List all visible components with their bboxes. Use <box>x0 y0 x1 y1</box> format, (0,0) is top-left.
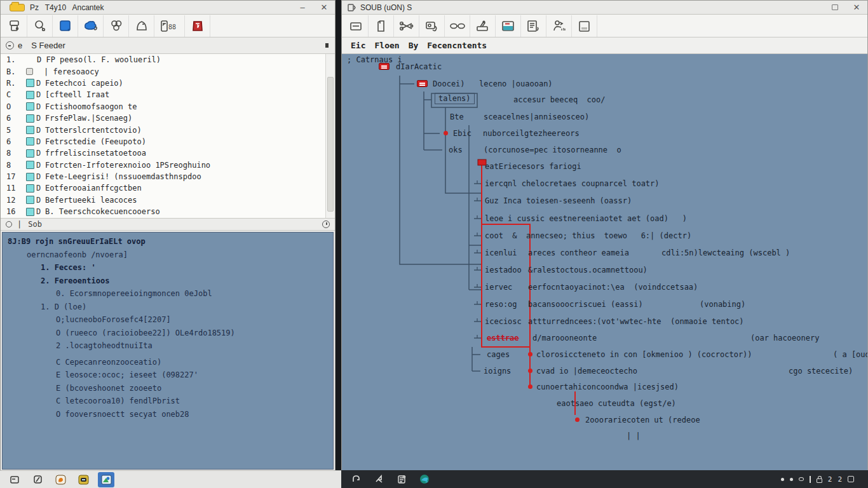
node-text[interactable]: accesur beeceq coo/ <box>513 95 606 105</box>
taskbar-cursor-icon[interactable] <box>370 471 387 487</box>
find-tag-button[interactable] <box>419 15 445 37</box>
tray-frame-icon[interactable] <box>848 476 854 482</box>
file-list-row[interactable]: 12 D Befertueeki leacoces <box>1 194 335 206</box>
node-text[interactable]: cdli:5n)lewcteaing (wscebl ) <box>661 248 790 258</box>
node-label[interactable]: iestadoo <box>485 265 522 275</box>
list-scrollbar[interactable] <box>325 54 335 218</box>
node-label[interactable]: dIarAcatic <box>396 62 442 72</box>
report-button[interactable] <box>521 15 546 37</box>
minimize-button[interactable]: – <box>292 3 313 12</box>
edit-clipboard-button[interactable] <box>470 15 496 37</box>
frame-button[interactable] <box>572 15 597 37</box>
file-list-row[interactable]: 17 D Fete-Leegrisi! (nssuoemdasthnspdoo <box>1 171 335 182</box>
node-text[interactable]: cvad io |demeceoctecho <box>536 366 637 376</box>
node-text[interactable]: eerfocntaoyacinot:\ea (voindccetsaa) <box>528 282 698 292</box>
node-text[interactable]: (vonabing) <box>700 299 745 309</box>
file-list-row[interactable]: 16 D B. Teerschcokecuencooerso <box>1 206 335 217</box>
taskbar-doc-icon[interactable] <box>393 471 410 487</box>
file-list-row[interactable]: 1. D FP peeso(l. F. woolueril) <box>1 54 335 65</box>
node-text[interactable]: clorosiccteneto in con [okmenioo ) (cocr… <box>536 349 752 360</box>
close-button[interactable]: ✕ <box>313 3 335 12</box>
file-list-row[interactable]: B. | feresoaocy <box>1 65 335 77</box>
node-text[interactable]: sceacelnes|anniseosceo) <box>484 112 589 122</box>
tray-pipe-icon[interactable] <box>810 476 811 483</box>
taskbar-orange-app-icon[interactable] <box>52 472 69 487</box>
new-file-button[interactable] <box>53 15 78 37</box>
node-text[interactable]: cunoertahiconcoondwa |icesjsed) <box>536 382 679 392</box>
file-list-row[interactable]: 6 D FrsfePlaw.|Scenaeg) <box>1 112 335 124</box>
node-label[interactable]: reso:og <box>485 299 517 309</box>
node-text[interactable]: (oar hacoeonery <box>750 333 819 343</box>
node-label[interactable]: oks <box>449 145 463 155</box>
file-list-row[interactable]: 8 D Fotrcten-Irfoterexnoioo 1PSreoghuino <box>1 159 335 171</box>
node-text[interactable]: leoe i cussic eestnereeniaotet aet (oad)… <box>485 214 687 224</box>
taskbar-ring-icon[interactable] <box>348 471 364 487</box>
person-button[interactable] <box>546 15 572 37</box>
boxed-node-label[interactable]: talens) <box>435 93 475 104</box>
mail-button[interactable] <box>343 15 369 37</box>
tray-ring-icon[interactable] <box>799 477 804 481</box>
tray-badge[interactable]: 2 <box>828 475 832 484</box>
clover-button[interactable] <box>104 15 129 37</box>
taskbar-window-icon[interactable] <box>6 472 23 487</box>
node-text[interactable]: 2ooorariecoten ut (redeoe <box>585 415 700 425</box>
cut-button[interactable] <box>394 15 419 37</box>
menu-item[interactable]: Floen <box>374 41 399 50</box>
node-text[interactable]: cgo stececite) <box>789 366 853 376</box>
node-label[interactable]: iceciosc <box>485 316 522 327</box>
file-list-row[interactable]: 6 D Fetrsctedie (Feeupoto) <box>1 136 335 147</box>
file-list-row[interactable]: 5 D Totterslcrtentctovio) <box>1 124 335 135</box>
taskbar-slash-icon[interactable] <box>29 472 46 487</box>
close-button-right[interactable]: ✕ <box>846 3 867 12</box>
node-label[interactable]: iervec <box>485 282 512 292</box>
clock-icon[interactable] <box>322 220 330 228</box>
file-list-row[interactable]: C D [cfteell Iraat <box>1 89 335 100</box>
lamp-button[interactable] <box>129 15 154 37</box>
taskbar-yellow-app-icon[interactable] <box>75 472 92 487</box>
scrollbar-thumb[interactable] <box>327 77 334 212</box>
tray-lock-icon[interactable] <box>817 478 822 483</box>
tray-dot-icon[interactable] <box>790 478 793 481</box>
menu-item[interactable]: Eic <box>351 41 365 50</box>
node-text[interactable]: &ralestoctous.ocamnettoou) <box>528 265 648 275</box>
menu-item[interactable]: By <box>409 41 419 50</box>
fill-box-button[interactable] <box>496 15 521 37</box>
red-filter-button[interactable] <box>185 15 210 37</box>
file-list-row[interactable]: 11 D Eotferooaianffcgctben <box>1 182 335 194</box>
print-button[interactable] <box>2 15 27 37</box>
tray-badge[interactable]: 2 <box>837 475 842 484</box>
node-text[interactable]: eatEriecesors fariogi <box>485 161 581 172</box>
taskbar-active-app-icon[interactable] <box>98 472 114 487</box>
node-text[interactable]: | | <box>627 431 641 441</box>
red-strike-label[interactable]: esttrae <box>487 333 519 343</box>
node-text[interactable]: Guz Inca toiesen-seseenh (oassr) <box>485 196 632 206</box>
file-list-row[interactable]: O D Fctishoomofsaogon te <box>1 101 335 112</box>
node-text[interactable]: bacansooocriscuei (eassi) <box>528 299 643 309</box>
node-text[interactable]: attturredncees:(vot'wwtec-hte (onmaoie t… <box>528 316 744 327</box>
file-list-row[interactable]: 8 D frfreliscinsetatoetooa <box>1 147 335 159</box>
node-label[interactable]: Doocei) <box>433 79 465 89</box>
node-text[interactable]: coot & annecseo; thius toewo 6:| (dectr) <box>485 231 691 241</box>
node-label[interactable]: Ebic <box>453 128 471 139</box>
taskbar-browser-icon[interactable] <box>416 471 433 487</box>
node-text[interactable]: leceno |ouaooan) <box>479 79 553 89</box>
file-list-row[interactable]: R. D Fetechcoi capeio) <box>1 78 335 89</box>
node-text[interactable]: d/maroooneonte <box>532 333 597 343</box>
search-button[interactable] <box>27 15 53 37</box>
node-text[interactable]: nuborceilgtezheereors <box>483 128 580 139</box>
restore-button[interactable] <box>824 3 846 12</box>
cloud-button[interactable] <box>78 15 104 37</box>
node-text[interactable]: (corcunose=pec itosorneanne o <box>484 145 621 155</box>
node-text[interactable]: eaotsaeo cuteudta (egst/e) <box>557 398 676 409</box>
file-button[interactable] <box>369 15 394 37</box>
node-label[interactable]: icenlui <box>485 248 517 258</box>
node-label[interactable]: cages <box>487 349 510 360</box>
node-text[interactable]: ( a [oudo <box>833 349 867 360</box>
counter-button[interactable]: 88 <box>154 15 185 37</box>
view-glasses-button[interactable] <box>445 15 470 37</box>
menu-item[interactable]: Fecencntents <box>427 41 487 50</box>
node-label[interactable]: Bte <box>450 112 464 122</box>
tray-dot-icon[interactable] <box>781 478 784 481</box>
node-text[interactable]: iercqnl chelocretaes coupnarcel toatr) <box>485 179 660 189</box>
node-label[interactable]: ioigns <box>484 366 511 376</box>
